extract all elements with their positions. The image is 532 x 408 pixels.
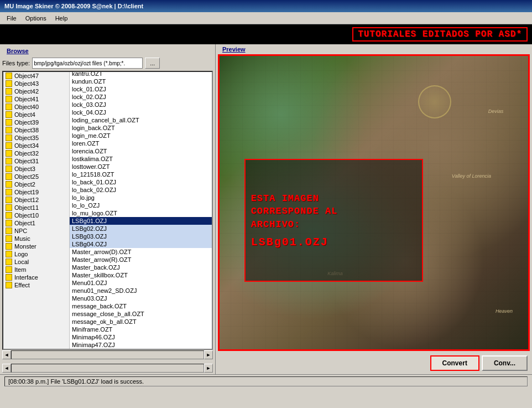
folder-item[interactable]: Object10: [3, 211, 69, 219]
folder-icon: [6, 127, 12, 133]
folder-item[interactable]: Object32: [3, 149, 69, 157]
file-item[interactable]: loren.OZT: [70, 140, 212, 147]
folder-item[interactable]: Object40: [3, 103, 69, 111]
file-item[interactable]: login_me.OZT: [70, 132, 212, 140]
folder-list[interactable]: Object47Object43Object42Object41Object40…: [3, 72, 70, 349]
h-scrollbar-2[interactable]: [11, 364, 204, 373]
file-item[interactable]: Miniframe.OZT: [70, 326, 212, 333]
folder-item[interactable]: Object34: [3, 142, 69, 149]
file-item[interactable]: kundun.OZT: [70, 78, 212, 85]
folder-item[interactable]: Local: [3, 258, 69, 266]
overlay-line2: Corresponde Al: [251, 205, 338, 218]
convert-button[interactable]: Convert: [430, 355, 479, 371]
file-list[interactable]: Kalima.OZTkantru.OZTkundun.OZTlock_01.OZ…: [70, 72, 212, 349]
folder-item[interactable]: Interface: [3, 273, 69, 281]
h-scroll-row: ◄ ►: [2, 350, 213, 360]
file-item[interactable]: lock_01.OZJ: [70, 85, 212, 93]
folder-item[interactable]: Object19: [3, 188, 69, 196]
file-item[interactable]: LSBg03.OZJ: [70, 233, 212, 240]
file-item[interactable]: kantru.OZT: [70, 72, 212, 78]
scroll-right-btn[interactable]: ►: [204, 350, 213, 359]
file-item[interactable]: message_ok_b_all.OZT: [70, 318, 212, 326]
file-item[interactable]: lock_03.OZJ: [70, 101, 212, 109]
folder-icon: [6, 212, 12, 219]
folder-item[interactable]: Object42: [3, 87, 69, 95]
folder-item[interactable]: Effect: [3, 281, 69, 289]
map-circle: [418, 85, 451, 118]
folder-item[interactable]: NPC: [3, 227, 69, 235]
folder-icon: [6, 119, 12, 126]
folder-item[interactable]: Music: [3, 235, 69, 242]
file-item[interactable]: lock_02.OZJ: [70, 93, 212, 101]
file-item[interactable]: Menu03.OZJ: [70, 295, 212, 302]
scroll-right-btn-2[interactable]: ►: [204, 364, 213, 373]
file-item[interactable]: loding_cancel_b_all.OZT: [70, 116, 212, 124]
title-text: MU Image Skiner © 2008-2009 S@nek | D:\\…: [4, 3, 143, 9]
map-background: Devias Valley of Lorencia Heaven Kalima …: [220, 56, 528, 349]
file-item[interactable]: Master_skillbox.OZT: [70, 271, 212, 279]
folder-item[interactable]: Object38: [3, 126, 69, 134]
file-item[interactable]: lo_121518.OZT: [70, 171, 212, 178]
file-item[interactable]: message_close_b_all.OZT: [70, 310, 212, 318]
file-item[interactable]: lo_mu_logo.OZT: [70, 209, 212, 217]
file-item[interactable]: lo_lo_OZJ: [70, 202, 212, 209]
folder-item[interactable]: Object25: [3, 173, 69, 180]
folder-item[interactable]: Object39: [3, 118, 69, 126]
folder-icon: [6, 274, 12, 281]
file-item[interactable]: lo_back_02.OZJ: [70, 186, 212, 194]
menu-options[interactable]: Options: [21, 14, 51, 23]
folder-item[interactable]: Monster: [3, 242, 69, 250]
menu-help[interactable]: Help: [51, 14, 72, 23]
file-item[interactable]: Master_arrow(D).OZT: [70, 248, 212, 256]
browse-header[interactable]: Browse: [3, 46, 32, 56]
folder-icon: [6, 150, 12, 157]
files-type-label: Files type:: [2, 60, 30, 66]
bottom-buttons-area: Convert Conv...: [216, 352, 532, 374]
folder-label: Object34: [14, 142, 39, 149]
file-item[interactable]: login_back.OZT: [70, 124, 212, 132]
file-item[interactable]: Minimap47.OZJ: [70, 341, 212, 349]
folder-item[interactable]: Object1: [3, 219, 69, 227]
file-item[interactable]: lo_lo.jpg: [70, 194, 212, 202]
browse-button[interactable]: ...: [145, 58, 160, 69]
scroll-left-btn-2[interactable]: ◄: [2, 364, 11, 373]
folder-icon: [6, 266, 12, 273]
folder-item[interactable]: Object11: [3, 204, 69, 211]
h-scrollbar[interactable]: [11, 350, 204, 359]
scroll-left-btn[interactable]: ◄: [2, 350, 11, 359]
folder-item[interactable]: Object41: [3, 95, 69, 103]
folder-item[interactable]: Object47: [3, 72, 69, 80]
folder-item[interactable]: Object43: [3, 80, 69, 87]
file-item[interactable]: message_back.OZT: [70, 302, 212, 310]
file-item[interactable]: Master_arrow(R).OZT: [70, 256, 212, 264]
folder-item[interactable]: Object4: [3, 111, 69, 118]
file-item[interactable]: LSBg04.OZJ: [70, 240, 212, 248]
folder-item[interactable]: Object31: [3, 157, 69, 165]
convert-all-button[interactable]: Conv...: [482, 355, 528, 371]
folder-item[interactable]: Object3: [3, 165, 69, 173]
folder-label: Object32: [14, 150, 39, 157]
file-item[interactable]: Minimap46.OZJ: [70, 333, 212, 341]
folder-item[interactable]: Logo: [3, 250, 69, 258]
folder-label: Effect: [14, 282, 30, 288]
file-item[interactable]: LSBg02.OZJ: [70, 225, 212, 233]
folder-icon: [6, 220, 12, 226]
file-item[interactable]: lorencia.OZT: [70, 147, 212, 155]
folder-item[interactable]: Object2: [3, 180, 69, 188]
folder-item[interactable]: Object35: [3, 134, 69, 142]
menu-file[interactable]: File: [2, 14, 21, 23]
folder-item[interactable]: Object12: [3, 196, 69, 204]
file-item[interactable]: Menu01.OZJ: [70, 279, 212, 287]
file-item[interactable]: losttower.OZT: [70, 163, 212, 171]
file-item[interactable]: LSBg01.OZJ: [70, 217, 212, 225]
folder-label: Object40: [14, 104, 39, 110]
folder-item[interactable]: Item: [3, 266, 69, 273]
folder-icon: [6, 173, 12, 180]
files-type-input[interactable]: [32, 58, 143, 69]
file-item[interactable]: lostkalima.OZT: [70, 155, 212, 163]
file-item[interactable]: Master_back.OZJ: [70, 264, 212, 271]
folder-icon: [6, 197, 12, 203]
file-item[interactable]: lo_back_01.OZJ: [70, 178, 212, 186]
file-item[interactable]: menu01_new2_SD.OZJ: [70, 287, 212, 295]
file-item[interactable]: lock_04.OZJ: [70, 109, 212, 116]
